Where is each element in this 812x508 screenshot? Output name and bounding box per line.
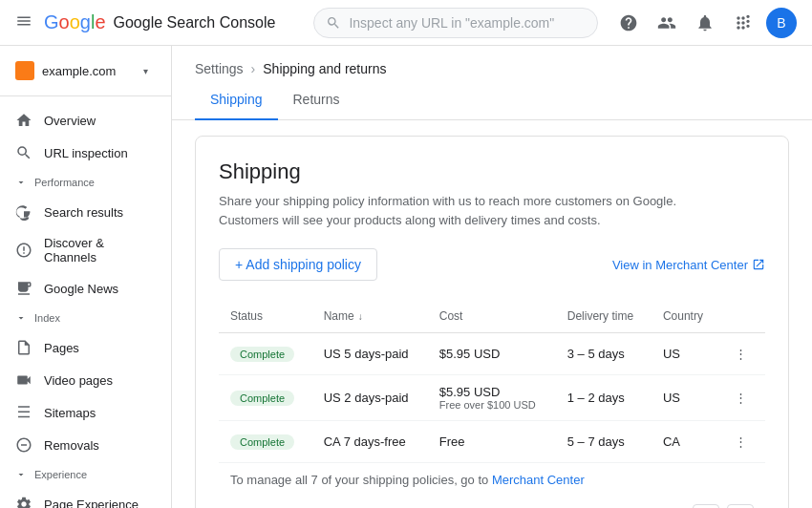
cell-delivery: 1 – 2 days bbox=[556, 375, 652, 421]
property-name: example.com bbox=[42, 64, 136, 78]
breadcrumb: Settings › Shipping and returns bbox=[172, 46, 812, 76]
table-footer: To manage all 7 of your shipping policie… bbox=[219, 463, 765, 497]
shipping-table: Status Name ↓ Cost bbox=[219, 300, 765, 508]
app-logo: Google Google Search Console bbox=[44, 11, 275, 33]
cell-status: Complete bbox=[219, 421, 312, 463]
removals-icon bbox=[15, 436, 32, 454]
external-link-icon bbox=[752, 258, 765, 271]
cell-country: US bbox=[652, 333, 719, 375]
property-selector[interactable]: example.com ▾ bbox=[0, 53, 163, 88]
section-index[interactable]: Index bbox=[0, 305, 171, 331]
sidebar-item-sitemaps[interactable]: Sitemaps bbox=[0, 396, 163, 429]
sidebar-item-label: Search results bbox=[44, 205, 123, 220]
notifications-icon[interactable] bbox=[690, 8, 720, 38]
property-icon bbox=[15, 61, 34, 80]
help-icon[interactable] bbox=[613, 8, 644, 38]
sidebar-item-label: Page Experience bbox=[44, 497, 139, 509]
home-icon bbox=[15, 112, 32, 129]
gear-icon bbox=[15, 496, 32, 508]
tab-returns[interactable]: Returns bbox=[278, 80, 355, 120]
status-badge: Complete bbox=[230, 391, 294, 406]
sidebar-item-label: URL inspection bbox=[44, 146, 128, 160]
shipping-description: Share your shipping policy information w… bbox=[219, 192, 765, 229]
pagination: Rows per page: 500 ▾ 1-3 of 3 bbox=[219, 497, 765, 508]
sidebar-item-label: Sitemaps bbox=[44, 406, 96, 420]
section-experience[interactable]: Experience bbox=[0, 461, 171, 488]
user-avatar[interactable]: B bbox=[766, 8, 797, 38]
sidebar-item-page-experience[interactable]: Page Experience bbox=[0, 488, 163, 508]
sidebar-item-removals[interactable]: Removals bbox=[0, 429, 163, 461]
google-wordmark: Google bbox=[44, 11, 106, 33]
cell-menu: ⋮ bbox=[719, 421, 765, 463]
col-country: Country bbox=[652, 300, 719, 333]
section-label: Performance bbox=[34, 177, 95, 188]
section-label: Experience bbox=[34, 469, 87, 480]
collapse-icon bbox=[15, 177, 27, 188]
col-name: Name ↓ bbox=[312, 300, 428, 333]
collapse-icon bbox=[15, 469, 27, 480]
product-name: Google Search Console bbox=[114, 14, 276, 32]
sidebar-item-label: Pages bbox=[44, 341, 79, 355]
table-row: Complete CA 7 days-free Free 5 – 7 days … bbox=[219, 421, 765, 463]
prev-page-button[interactable] bbox=[693, 504, 719, 508]
sidebar-item-url-inspection[interactable]: URL inspection bbox=[0, 137, 163, 169]
menu-icon[interactable] bbox=[15, 12, 32, 32]
cost-sub: Free over $100 USD bbox=[439, 399, 545, 411]
pages-icon bbox=[15, 339, 32, 356]
news-icon bbox=[15, 280, 32, 297]
main-content: Settings › Shipping and returns Shipping… bbox=[172, 46, 812, 508]
collapse-icon bbox=[15, 312, 27, 324]
cell-menu: ⋮ bbox=[719, 375, 765, 421]
cell-status: Complete bbox=[219, 375, 312, 421]
cell-name: US 5 days-paid bbox=[312, 333, 428, 375]
sidebar-item-overview[interactable]: Overview bbox=[0, 104, 163, 137]
status-badge: Complete bbox=[230, 347, 294, 362]
users-icon[interactable] bbox=[652, 8, 682, 38]
col-delivery: Delivery time bbox=[556, 300, 652, 333]
row-menu-button[interactable]: ⋮ bbox=[731, 343, 754, 365]
cell-menu: ⋮ bbox=[719, 333, 765, 375]
breadcrumb-settings[interactable]: Settings bbox=[195, 61, 244, 76]
asterisk-icon bbox=[15, 242, 32, 259]
table-header-row: Status Name ↓ Cost bbox=[219, 300, 765, 333]
breadcrumb-current: Shipping and returns bbox=[263, 61, 386, 76]
sidebar-item-search-results[interactable]: Search results bbox=[0, 196, 163, 228]
video-icon bbox=[15, 371, 32, 389]
next-page-button[interactable] bbox=[727, 504, 754, 508]
row-menu-button[interactable]: ⋮ bbox=[731, 431, 754, 453]
sitemap-icon bbox=[15, 404, 32, 421]
search-placeholder: Inspect any URL in "example.com" bbox=[349, 15, 554, 31]
main-layout: example.com ▾ Overview URL inspection Pe… bbox=[0, 46, 812, 508]
sidebar-divider bbox=[0, 95, 171, 96]
apps-icon[interactable] bbox=[728, 8, 759, 38]
cell-cost: $5.95 USD bbox=[428, 333, 556, 375]
col-status: Status bbox=[219, 300, 312, 333]
search-icon bbox=[326, 15, 341, 31]
table-row: Complete US 5 days-paid $5.95 USD 3 – 5 … bbox=[219, 333, 765, 375]
section-label: Index bbox=[34, 312, 60, 324]
cell-cost: Free bbox=[428, 421, 556, 463]
section-performance[interactable]: Performance bbox=[0, 169, 171, 196]
cell-delivery: 3 – 5 days bbox=[556, 333, 652, 375]
cost-value: Free bbox=[439, 434, 545, 449]
tab-shipping[interactable]: Shipping bbox=[195, 80, 278, 120]
footer-merchant-link[interactable]: Merchant Center bbox=[492, 473, 585, 487]
merchant-center-link[interactable]: View in Merchant Center bbox=[612, 258, 765, 272]
merchant-center-link-text: View in Merchant Center bbox=[612, 258, 748, 272]
sidebar-item-label: Overview bbox=[44, 114, 96, 128]
search-bar[interactable]: Inspect any URL in "example.com" bbox=[313, 8, 598, 38]
row-menu-button[interactable]: ⋮ bbox=[731, 387, 754, 409]
sidebar-item-google-news[interactable]: Google News bbox=[0, 272, 163, 305]
sidebar-item-discover[interactable]: Discover & Channels bbox=[0, 228, 163, 272]
col-actions bbox=[719, 300, 765, 333]
add-shipping-policy-button[interactable]: + Add shipping policy bbox=[219, 248, 377, 281]
sidebar-item-label: Discover & Channels bbox=[44, 236, 148, 265]
breadcrumb-separator: › bbox=[251, 61, 256, 76]
sidebar-item-video-pages[interactable]: Video pages bbox=[0, 364, 163, 396]
tabs: Shipping Returns bbox=[172, 80, 812, 120]
col-cost: Cost bbox=[428, 300, 556, 333]
sidebar-item-pages[interactable]: Pages bbox=[0, 331, 163, 364]
sort-icon[interactable]: ↓ bbox=[358, 311, 363, 322]
shipping-title: Shipping bbox=[219, 159, 765, 184]
google-g-icon bbox=[15, 203, 32, 221]
